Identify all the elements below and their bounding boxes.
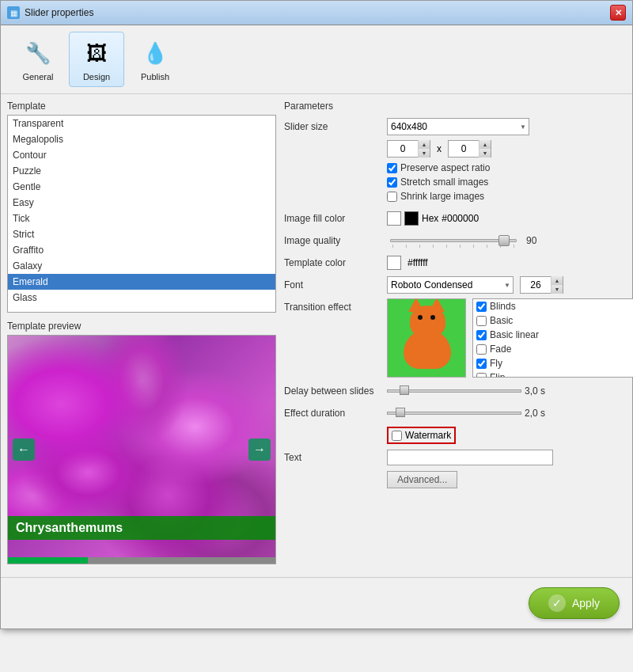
transition-label: Transition effect <box>284 302 387 313</box>
duration-label: Effect duration <box>284 408 387 419</box>
font-select[interactable]: Roboto Condensed Arial Verdana Tahoma <box>387 276 514 294</box>
font-size-btns: ▲ ▼ <box>551 276 563 294</box>
font-size-up-btn[interactable]: ▲ <box>552 276 563 285</box>
stretch-small-checkbox[interactable] <box>387 177 397 188</box>
tick <box>419 245 420 248</box>
template-item-glass[interactable]: Glass <box>8 290 275 306</box>
preserve-aspect-checkbox[interactable] <box>387 163 397 173</box>
height-spinner[interactable]: ▲ ▼ <box>448 140 491 158</box>
template-item-emerald[interactable]: Emerald <box>8 274 275 290</box>
preview-container: ← → Chrysanthemums <box>7 335 276 564</box>
template-item-galaxy[interactable]: Galaxy <box>8 258 275 274</box>
progress-fill <box>8 557 88 564</box>
transition-blinds-label[interactable]: Blinds <box>490 301 516 312</box>
tick <box>392 245 393 248</box>
height-down-btn[interactable]: ▼ <box>479 149 491 158</box>
template-item-contour[interactable]: Contour <box>8 147 275 163</box>
width-down-btn[interactable]: ▼ <box>419 149 430 158</box>
transition-blinds-checkbox[interactable] <box>476 302 487 312</box>
transition-flip-label[interactable]: Flip <box>490 372 505 378</box>
advanced-button[interactable]: Advanced... <box>387 471 457 488</box>
font-size-spinner[interactable]: ▲ ▼ <box>520 276 563 294</box>
publish-label: Publish <box>141 72 169 82</box>
template-color-hex: #ffffff <box>407 257 428 268</box>
transition-row: Transition effect <box>284 298 633 378</box>
duration-thumb[interactable] <box>396 408 405 417</box>
transition-basic-linear-checkbox[interactable] <box>476 330 487 340</box>
delay-label: Delay between slides <box>284 385 387 397</box>
width-spinner-btns: ▲ ▼ <box>418 140 430 158</box>
fill-color-empty-checkbox[interactable] <box>387 211 401 226</box>
fox-eye-left <box>418 315 423 320</box>
template-item-puzzle[interactable]: Puzzle <box>8 163 275 179</box>
quality-slider-thumb[interactable] <box>498 235 510 246</box>
text-input[interactable] <box>387 450 553 465</box>
delay-control: 3,0 s <box>387 385 633 397</box>
stretch-small-label[interactable]: Stretch small images <box>400 177 488 188</box>
transition-fade: Fade <box>473 342 633 356</box>
watermark-label[interactable]: Watermark <box>405 430 451 441</box>
transition-basic-checkbox[interactable] <box>476 316 487 326</box>
toolbar-publish[interactable]: 💧 Publish <box>127 32 183 87</box>
advanced-row: Advanced... <box>284 471 633 488</box>
hex-label: Hex <box>422 213 438 224</box>
width-up-btn[interactable]: ▲ <box>419 140 430 149</box>
slider-size-select[interactable]: 640x480 800x600 1024x768 Custom <box>387 118 529 135</box>
transition-basic-linear-label[interactable]: Basic linear <box>490 329 539 340</box>
tick <box>514 245 514 248</box>
template-color-row: Template color #ffffff <box>284 254 633 271</box>
tick <box>487 245 487 248</box>
template-color-label: Template color <box>284 257 387 268</box>
watermark-checkbox[interactable] <box>392 431 402 441</box>
transition-fly-checkbox[interactable] <box>476 359 487 369</box>
toolbar-design[interactable]: 🖼 Design <box>69 32 124 87</box>
duration-slider[interactable] <box>387 412 521 415</box>
transition-basic-label[interactable]: Basic <box>490 315 513 326</box>
slider-size-select-wrapper: 640x480 800x600 1024x768 Custom <box>387 118 529 135</box>
fill-color-swatch[interactable] <box>404 211 419 226</box>
font-size-input[interactable] <box>521 279 551 290</box>
toolbar-general[interactable]: 🔧 General <box>10 32 66 87</box>
apply-button[interactable]: ✓ Apply <box>529 587 620 619</box>
width-input[interactable] <box>388 143 418 154</box>
delay-value: 3,0 s <box>525 385 545 397</box>
template-item-gentle[interactable]: Gentle <box>8 179 275 195</box>
dimensions-row: ▲ ▼ x ▲ ▼ <box>284 140 633 158</box>
template-list[interactable]: Transparent Megalopolis Contour Puzzle G… <box>7 115 276 313</box>
shrink-large-checkbox[interactable] <box>387 192 397 202</box>
template-item-easy[interactable]: Easy <box>8 195 275 211</box>
template-item-tick[interactable]: Tick <box>8 211 275 226</box>
width-spinner[interactable]: ▲ ▼ <box>387 140 430 158</box>
transition-area: Blinds Basic Basic linear Fade <box>387 298 633 378</box>
quality-slider-track[interactable] <box>390 239 517 242</box>
text-row: Text <box>284 449 633 466</box>
template-item-transparent[interactable]: Transparent <box>8 116 275 131</box>
title-bar: ▦ Slider properties ✕ <box>1 1 632 25</box>
transition-fly-label[interactable]: Fly <box>490 358 502 369</box>
height-up-btn[interactable]: ▲ <box>479 140 491 149</box>
slider-size-control: 640x480 800x600 1024x768 Custom <box>387 118 633 135</box>
delay-thumb[interactable] <box>400 385 409 395</box>
slider-size-row: Slider size 640x480 800x600 1024x768 Cus… <box>284 118 633 135</box>
shrink-large-label[interactable]: Shrink large images <box>400 191 484 202</box>
template-item-megalopolis[interactable]: Megalopolis <box>8 131 275 147</box>
height-input[interactable] <box>449 143 479 154</box>
template-color-swatch[interactable] <box>387 256 401 270</box>
preserve-aspect-label[interactable]: Preserve aspect ratio <box>400 162 490 173</box>
transition-fade-checkbox[interactable] <box>476 344 487 355</box>
duration-value: 2,0 s <box>525 408 545 419</box>
nav-left-arrow[interactable]: ← <box>13 439 35 461</box>
text-label: Text <box>284 452 387 463</box>
transition-list[interactable]: Blinds Basic Basic linear Fade <box>472 298 633 378</box>
nav-right-arrow[interactable]: → <box>248 439 271 461</box>
template-item-graffito[interactable]: Graffito <box>8 242 275 258</box>
font-select-wrapper: Roboto Condensed Arial Verdana Tahoma <box>387 276 514 294</box>
close-button[interactable]: ✕ <box>610 5 626 21</box>
transition-fade-label[interactable]: Fade <box>490 344 511 355</box>
transition-flip-checkbox[interactable] <box>476 373 487 378</box>
quality-row: Image quality <box>284 232 633 249</box>
tick <box>446 245 447 248</box>
template-item-strict[interactable]: Strict <box>8 226 275 242</box>
delay-slider[interactable] <box>387 389 521 393</box>
font-size-down-btn[interactable]: ▼ <box>552 285 563 294</box>
